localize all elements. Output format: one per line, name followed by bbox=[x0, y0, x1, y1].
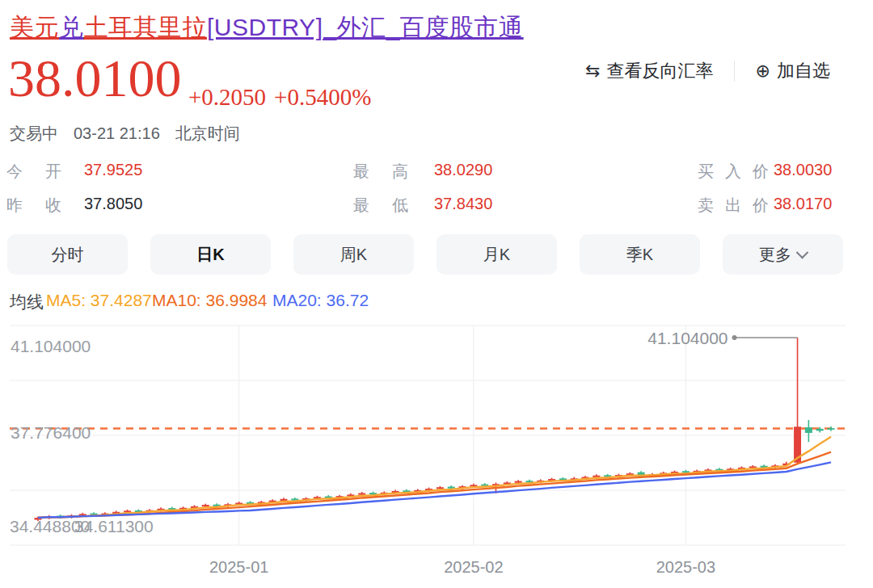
view-reverse-rate-label: 查看反向汇率 bbox=[606, 59, 713, 83]
ma-legend-MA10: MA10: 36.9984 bbox=[152, 291, 267, 310]
y-axis-label: 41.104000 bbox=[11, 337, 91, 356]
y-axis-label: 37.776400 bbox=[11, 423, 91, 443]
plus-circle-icon: ⊕ bbox=[755, 61, 770, 82]
x-axis-label: 2025-01 bbox=[203, 558, 276, 577]
view-reverse-rate-button[interactable]: ⇆ 查看反向汇率 bbox=[585, 59, 713, 83]
title-part: 土耳其里拉 bbox=[84, 14, 208, 40]
tab-label: 季K bbox=[626, 244, 653, 266]
x-axis-label: 2025-02 bbox=[437, 558, 510, 577]
ma-legend-MA20: MA20: 36.72 bbox=[272, 291, 369, 310]
timezone-label: 北京时间 bbox=[175, 124, 240, 142]
candle-body bbox=[358, 494, 365, 495]
candle-body bbox=[436, 487, 444, 489]
actions-divider bbox=[734, 61, 735, 82]
candle-body bbox=[805, 427, 812, 433]
change-amount: +0.2050 bbox=[188, 84, 266, 110]
quote-actions: ⇆ 查看反向汇率 ⊕ 加自选 bbox=[585, 60, 830, 82]
tab-日K[interactable]: 日K bbox=[150, 234, 271, 275]
change-percent: +0.5400% bbox=[274, 84, 371, 110]
tab-周K[interactable]: 周K bbox=[293, 234, 414, 275]
title-part: 兑 bbox=[59, 14, 84, 40]
swap-arrows-icon: ⇆ bbox=[585, 61, 600, 82]
tab-label: 分时 bbox=[52, 244, 84, 266]
y-axis-label: 34.611300 bbox=[74, 517, 154, 536]
candle-body bbox=[202, 505, 209, 506]
chevron-down-icon bbox=[796, 246, 809, 258]
add-watchlist-button[interactable]: ⊕ 加自选 bbox=[755, 59, 829, 83]
tab-label: 周K bbox=[340, 244, 367, 266]
tab-更多[interactable]: 更多 bbox=[723, 234, 843, 275]
tab-季K[interactable]: 季K bbox=[580, 234, 700, 275]
ma-legend-MA5: MA5: 37.4287 bbox=[46, 291, 152, 310]
quote-datetime: 03-21 21:16 bbox=[74, 124, 160, 142]
tab-月K[interactable]: 月K bbox=[436, 234, 557, 275]
tab-label: 日K bbox=[196, 244, 224, 266]
candle-body bbox=[515, 481, 522, 483]
candle-body bbox=[828, 428, 835, 430]
tab-label: 月K bbox=[483, 244, 510, 266]
title-part: 美元 bbox=[10, 14, 59, 40]
title-part: [USDTRY]_外汇_百度股市通 bbox=[207, 14, 523, 40]
trading-status: 交易中 bbox=[10, 124, 58, 142]
high-annotation-label: 41.104000 bbox=[639, 329, 728, 348]
annotation-dot bbox=[732, 335, 737, 340]
baidu-stock-quote-page: 美元兑土耳其里拉[USDTRY]_外汇_百度股市通 38.0100 +0.205… bbox=[0, 0, 873, 588]
x-axis-label: 2025-03 bbox=[649, 558, 722, 577]
trading-status-bar: 交易中03-21 21:16北京时间 bbox=[10, 123, 255, 145]
tab-label: 更多 bbox=[759, 244, 791, 266]
candle-body bbox=[816, 429, 824, 431]
price-change: +0.2050+0.5400% bbox=[188, 86, 379, 109]
page-title-link[interactable]: 美元兑土耳其里拉[USDTRY]_外汇_百度股市通 bbox=[10, 14, 523, 41]
ma-legend-title: 均线 bbox=[10, 291, 44, 313]
tab-分时[interactable]: 分时 bbox=[7, 234, 128, 275]
add-watchlist-label: 加自选 bbox=[777, 59, 830, 83]
candle-body bbox=[280, 499, 287, 501]
ma10-line bbox=[38, 452, 831, 519]
current-price: 38.0100 bbox=[8, 52, 182, 105]
